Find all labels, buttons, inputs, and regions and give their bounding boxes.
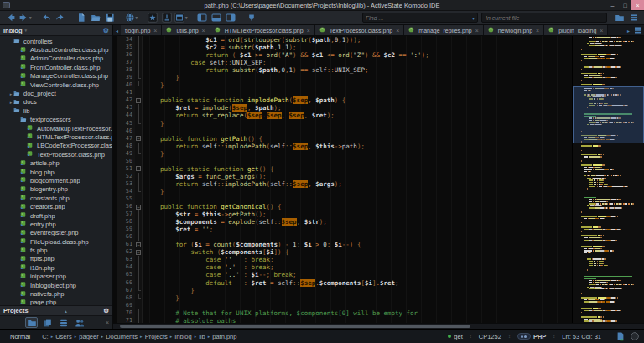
chevron-down-icon[interactable]: ▾ — [185, 15, 188, 20]
fold-margin[interactable] — [135, 271, 143, 278]
encoding-indicator[interactable]: CP1252 — [479, 333, 501, 340]
editor-tab-textprocessor-class-php[interactable]: TextProcessor.class.php× — [315, 25, 405, 35]
fold-margin[interactable] — [135, 127, 143, 135]
save-button[interactable] — [104, 12, 117, 23]
fold-collapse-icon[interactable]: – — [136, 136, 141, 141]
fold-margin[interactable] — [135, 309, 143, 317]
fold-collapse-icon[interactable]: – — [136, 250, 141, 255]
tree-item-viewcontroller-class-php[interactable]: ViewController.class.php — [0, 81, 112, 89]
tree-item-blogcomment-php[interactable]: blogcomment.php — [0, 176, 112, 184]
tree-item-lib[interactable]: lib — [0, 107, 112, 115]
chevron-down-icon[interactable]: ▾ — [29, 15, 32, 20]
fold-margin[interactable] — [135, 173, 143, 180]
close-icon[interactable]: × — [106, 320, 109, 325]
gear-icon[interactable]: ⚙ — [103, 307, 109, 314]
editor-tab-manage-replies-php[interactable]: manage_replies.php× — [404, 25, 484, 35]
tree-item-abstractcontroller-class-php[interactable]: AbstractController.class.php — [0, 45, 112, 54]
fold-margin[interactable]: – — [135, 203, 143, 210]
fold-margin[interactable] — [135, 158, 143, 165]
breadcrumb-item[interactable]: Users — [55, 333, 72, 340]
fold-margin[interactable]: – — [135, 96, 143, 104]
fold-margin[interactable] — [135, 233, 143, 241]
breadcrumb-item[interactable]: path.php — [212, 333, 236, 340]
tab-scroll-right-icon[interactable]: ▸ — [625, 28, 632, 34]
fold-margin[interactable] — [135, 302, 143, 309]
open-folder-button[interactable] — [90, 12, 102, 23]
horizontal-scrollbar[interactable] — [113, 323, 644, 329]
horizontal-scrollbar-thumb[interactable] — [120, 325, 470, 328]
tree-item-inblogobject-php[interactable]: Inblogobject.php — [0, 281, 112, 289]
breadcrumb-item[interactable]: pageer — [79, 333, 98, 340]
editor-tab-plugin-loading[interactable]: plugin_loading× — [544, 25, 608, 35]
fold-margin[interactable]: – — [135, 241, 143, 248]
fold-margin[interactable] — [135, 51, 143, 59]
tree-item-constants-php[interactable]: constants.php — [0, 194, 112, 202]
fold-margin[interactable]: – — [135, 165, 143, 173]
tree-item-entry-php[interactable]: entry.php — [0, 220, 112, 228]
fold-margin[interactable] — [135, 218, 143, 226]
minimize-button[interactable]: – — [606, 0, 619, 10]
fold-margin[interactable] — [135, 180, 143, 188]
editor-tab-tlogin-php[interactable]: tlogin.php× — [121, 25, 162, 35]
tree-item-article-php[interactable]: article.php — [0, 159, 112, 167]
tab-scroll-left-icon[interactable]: ◂ — [113, 25, 121, 35]
fold-margin[interactable] — [135, 66, 143, 74]
collapse-icon[interactable]: ▴ — [29, 309, 104, 314]
tree-item-admincontroller-class-php[interactable]: AdminController.class.php — [0, 55, 112, 63]
fold-margin[interactable] — [135, 74, 143, 81]
fold-collapse-icon[interactable]: – — [136, 205, 141, 210]
pane-bottom-button[interactable] — [210, 12, 223, 23]
chevron-down-icon[interactable]: ▾ — [136, 15, 138, 20]
fold-margin[interactable] — [135, 279, 143, 287]
fold-collapse-icon[interactable]: – — [136, 242, 141, 247]
fold-margin[interactable] — [135, 44, 143, 51]
fold-margin[interactable] — [135, 317, 143, 323]
projects-panel-header[interactable]: Projects ▴ ⚙ — [0, 305, 112, 316]
tree-item-managecontroller-class-php[interactable]: ManageController.class.php — [0, 72, 112, 81]
current-section[interactable]: get — [454, 333, 462, 340]
close-icon[interactable]: × — [475, 28, 479, 34]
pane-left-button[interactable] — [196, 12, 209, 23]
find-input[interactable] — [366, 15, 472, 21]
fold-margin[interactable] — [135, 36, 143, 44]
copy-files-button[interactable] — [41, 317, 54, 328]
redo-button[interactable] — [55, 12, 67, 23]
macro-tool-button[interactable] — [160, 12, 173, 23]
open-project-button[interactable] — [25, 317, 38, 328]
stack-button[interactable] — [57, 317, 70, 328]
tree-item-blogentry-php[interactable]: blogentry.php — [0, 185, 112, 194]
pane-right-button[interactable] — [225, 12, 237, 23]
tree-item-ftpfs-php[interactable]: ftpfs.php — [0, 255, 112, 263]
fold-margin[interactable] — [135, 263, 143, 271]
fold-margin[interactable] — [135, 210, 143, 218]
breadcrumb-item[interactable]: Projects — [145, 333, 168, 340]
code-editor[interactable]: 34 $c1 = ord(strtoupper(substr($path,0,1… — [117, 36, 572, 323]
editor-tab-utils-php[interactable]: utils.php× — [162, 25, 210, 35]
tree-item-creators-php[interactable]: creators.php — [0, 202, 112, 210]
tree-item-blog-php[interactable]: blog.php — [0, 168, 112, 176]
tree-item-page-php[interactable]: page.php — [0, 299, 112, 305]
fold-margin[interactable] — [135, 256, 143, 263]
tree-item-textprocessor-class-php[interactable]: TextProcessor.class.php — [0, 150, 112, 159]
minimap-viewport[interactable] — [573, 86, 644, 143]
editor-tab-htmltextprocessor-class-php[interactable]: HTMLTextProcessor.class.php× — [210, 25, 315, 35]
close-button[interactable]: × — [631, 0, 644, 10]
tree-item-draft-php[interactable]: draft.php — [0, 211, 112, 220]
fold-margin[interactable] — [135, 195, 143, 203]
tree-item-iniparser-php[interactable]: iniparser.php — [0, 273, 112, 281]
close-icon[interactable]: × — [396, 28, 399, 34]
back-button[interactable] — [4, 12, 17, 23]
minimap[interactable] — [572, 36, 644, 323]
fold-margin[interactable] — [135, 104, 143, 112]
restore-button[interactable]: □ — [619, 0, 631, 10]
find-combobox[interactable]: ▾ — [362, 13, 478, 23]
fold-margin[interactable] — [135, 294, 143, 302]
language-indicator[interactable]: PHP — [533, 333, 546, 340]
tree-item-textprocessors[interactable]: textprocessors — [0, 116, 112, 124]
tree-item-doc-project[interactable]: ▸doc_project — [0, 89, 112, 97]
search-scope-input[interactable] — [486, 15, 603, 21]
close-icon[interactable]: × — [536, 28, 539, 34]
fold-collapse-icon[interactable]: – — [136, 166, 141, 171]
search-scope-field[interactable] — [481, 13, 607, 23]
close-icon[interactable]: × — [307, 28, 310, 34]
